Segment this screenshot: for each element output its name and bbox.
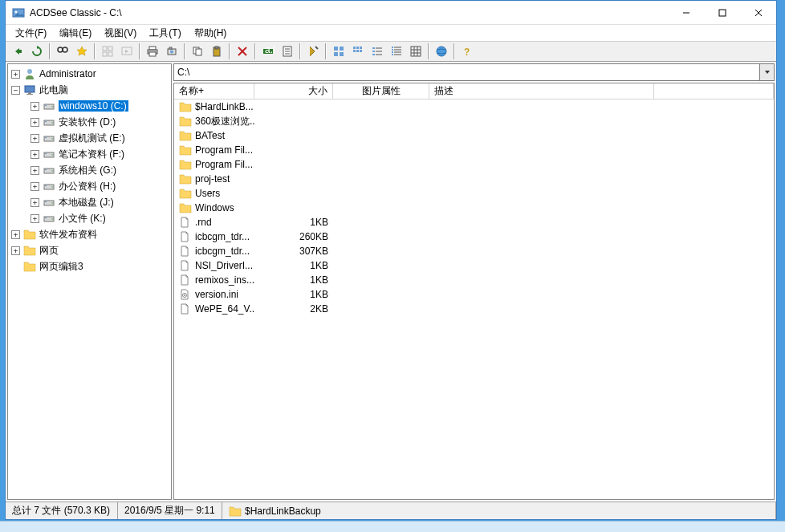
toolbar-separator — [94, 43, 96, 59]
find-button[interactable] — [54, 43, 71, 60]
file-icon — [179, 217, 192, 228]
tree-item-drive[interactable]: +安装软件 (D:) — [10, 114, 169, 130]
column-spacer[interactable] — [654, 83, 774, 99]
expand-icon[interactable]: + — [11, 246, 20, 255]
view-large-button[interactable] — [330, 43, 348, 60]
file-name-label: $HardLinkB... — [195, 101, 254, 112]
collapse-icon[interactable]: − — [11, 86, 20, 95]
column-imgattr[interactable]: 图片属性 — [333, 83, 429, 99]
list-row[interactable]: $HardLinkB... — [174, 99, 774, 114]
tree-item-drive[interactable]: +笔记本资料 (F:) — [10, 146, 169, 162]
list-row[interactable]: WePE_64_V...2KB — [174, 302, 774, 316]
view-details-button[interactable] — [388, 43, 405, 60]
list-body[interactable]: $HardLinkB...360极速浏览...BATestProgram Fil… — [174, 99, 774, 499]
expand-icon[interactable]: + — [31, 214, 39, 223]
expand-icon[interactable]: + — [31, 118, 39, 127]
expand-icon[interactable]: + — [31, 150, 39, 159]
svg-rect-12 — [103, 52, 107, 56]
view-thumbs-button[interactable] — [407, 43, 425, 60]
menu-edit[interactable]: 编辑(E) — [53, 25, 98, 42]
svg-rect-11 — [108, 47, 112, 51]
svg-rect-36 — [334, 52, 338, 56]
tree-item-thispc[interactable]: − 此电脑 — [10, 82, 169, 98]
tree-item-folder[interactable]: 网页编辑3 — [10, 258, 169, 274]
expand-icon[interactable]: + — [31, 102, 39, 111]
column-name[interactable]: 名称+ — [174, 83, 254, 99]
tree-item-drive[interactable]: +本地磁盘 (J:) — [10, 194, 169, 210]
tree-item-administrator[interactable]: + Administrator — [10, 66, 169, 82]
tree-item-drive[interactable]: +windows10 (C:) — [10, 98, 169, 114]
delete-button[interactable] — [234, 43, 251, 60]
svg-rect-38 — [353, 47, 356, 49]
options-button[interactable] — [304, 43, 322, 60]
web-button[interactable] — [433, 43, 450, 60]
view-list-button[interactable] — [368, 43, 386, 60]
list-row[interactable]: NSI_DriverI...1KB — [174, 258, 774, 273]
list-row[interactable]: Program Fil... — [174, 157, 774, 172]
expand-icon[interactable]: + — [11, 230, 20, 239]
svg-rect-22 — [196, 49, 201, 55]
expand-icon[interactable]: + — [11, 70, 20, 79]
list-row[interactable]: icbcgm_tdr...260KB — [174, 229, 774, 244]
menu-tools[interactable]: 工具(T) — [143, 25, 187, 42]
help-button[interactable]: ? — [458, 43, 476, 60]
properties-button[interactable] — [279, 43, 296, 60]
titlebar[interactable]: ACDSee Classic - C:\ — [6, 1, 776, 25]
list-row[interactable]: Users — [174, 186, 774, 201]
tree-item-drive[interactable]: +小文件 (K:) — [10, 210, 169, 226]
list-row[interactable]: 360极速浏览... — [174, 114, 774, 128]
tree-item-drive[interactable]: +系统相关 (G:) — [10, 162, 169, 178]
rename-button[interactable]: a.b — [259, 43, 277, 60]
menu-view[interactable]: 视图(V) — [98, 25, 143, 42]
cell-name: WePE_64_V... — [174, 303, 254, 315]
folder-tree[interactable]: + Administrator − 此电脑 +windows10 (C:)+安装… — [7, 63, 172, 500]
svg-point-1 — [15, 10, 18, 13]
favorites-button[interactable] — [73, 43, 91, 60]
back-button[interactable] — [9, 43, 26, 60]
list-header: 名称+ 大小 图片属性 描述 — [174, 83, 774, 99]
list-row[interactable]: version.ini1KB — [174, 287, 774, 302]
menu-file[interactable]: 文件(F) — [9, 25, 53, 42]
svg-rect-41 — [353, 50, 356, 52]
file-listview[interactable]: 名称+ 大小 图片属性 描述 $HardLinkB...360极速浏览...BA… — [173, 83, 775, 500]
maximize-button[interactable] — [704, 1, 740, 24]
list-row[interactable]: Windows — [174, 201, 774, 215]
copy-button[interactable] — [189, 43, 206, 60]
tree-item-drive[interactable]: +办公资料 (H:) — [10, 178, 169, 194]
list-row[interactable]: proj-test — [174, 172, 774, 186]
path-input[interactable] — [173, 63, 760, 81]
tree-item-folder[interactable]: +网页 — [10, 242, 169, 258]
expand-icon[interactable]: + — [31, 166, 39, 175]
list-row[interactable]: BATest — [174, 128, 774, 143]
folder-icon — [179, 116, 192, 127]
paste-button[interactable] — [208, 43, 226, 60]
list-row[interactable]: icbcgm_tdr...307KB — [174, 244, 774, 258]
tree-label: 办公资料 (H:) — [59, 180, 116, 193]
view-small-button[interactable] — [349, 43, 367, 60]
tree-item-folder[interactable]: +软件发布资料 — [10, 226, 169, 242]
minimize-button[interactable] — [668, 1, 704, 24]
menu-help[interactable]: 帮助(H) — [188, 25, 234, 42]
acquire-button[interactable] — [163, 43, 181, 60]
close-button[interactable] — [740, 1, 776, 24]
svg-rect-46 — [372, 51, 375, 52]
column-size[interactable]: 大小 — [254, 83, 333, 99]
status-selected: $HardLinkBackup — [222, 502, 776, 519]
list-row[interactable]: remixos_ins...1KB — [174, 273, 774, 287]
disk-icon — [43, 99, 55, 112]
list-row[interactable]: .rnd1KB — [174, 215, 774, 229]
tree-item-drive[interactable]: +虚拟机测试 (E:) — [10, 130, 169, 146]
expand-icon[interactable]: + — [31, 182, 39, 191]
svg-point-94 — [184, 294, 185, 296]
refresh-button[interactable] — [28, 43, 46, 60]
expand-icon[interactable]: + — [31, 134, 39, 143]
svg-rect-91 — [45, 217, 47, 218]
expand-icon[interactable]: + — [31, 198, 39, 207]
thumbnails-button[interactable] — [99, 43, 116, 60]
column-desc[interactable]: 描述 — [429, 83, 654, 99]
list-row[interactable]: Program Fil... — [174, 143, 774, 157]
slideshow-button[interactable] — [118, 43, 136, 60]
file-name-label: Users — [195, 188, 220, 199]
path-dropdown-button[interactable] — [760, 63, 775, 81]
print-button[interactable] — [144, 43, 161, 60]
